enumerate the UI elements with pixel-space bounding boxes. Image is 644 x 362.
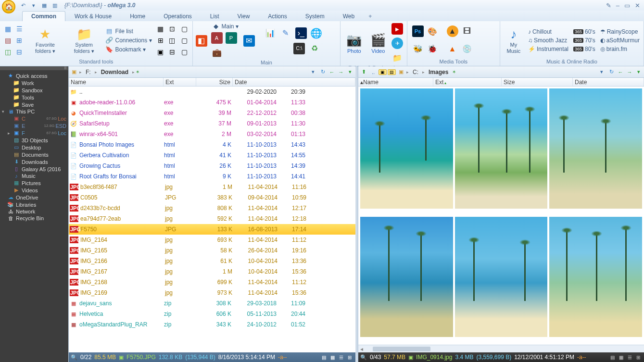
tree-sandbox[interactable]: 📁Sandbox [1, 87, 67, 94]
tool-icon-1[interactable]: ▦ [156, 24, 165, 34]
drive-icon-r[interactable]: ▣ [397, 68, 405, 76]
tree-tools[interactable]: 📁Tools [1, 94, 67, 101]
col-name-r[interactable]: ▴Name [358, 78, 433, 86]
publisher-icon[interactable]: P [226, 32, 237, 44]
tree-recycle-bin[interactable]: 🗑Recycle Bin [1, 215, 67, 222]
radio-brain-fm[interactable]: ◎brain.fm [598, 46, 642, 52]
tool-icon-6[interactable]: ⊟ [167, 47, 177, 57]
forward-button-r[interactable]: → [625, 68, 634, 76]
video-folder[interactable]: 🎬Video [366, 32, 390, 55]
up-folder-icon[interactable]: ⬆ [359, 68, 368, 76]
qat-db-icon[interactable]: ▥ [51, 1, 59, 9]
r-nav-1[interactable]: .. [369, 68, 378, 76]
up-button[interactable]: ▾ [346, 68, 354, 76]
qat-grid-icon[interactable]: ▦ [40, 1, 48, 9]
edit-icon[interactable]: ✎ [280, 27, 291, 39]
youtube-icon[interactable]: ▶ [391, 23, 403, 35]
tree-e[interactable]: ▣E12.8GESD [1, 122, 67, 129]
file-list[interactable]: 📁..29-02-202020:39▣adobe-reader-11.0.06e… [69, 87, 355, 352]
photo-folder[interactable]: 📷Photo [342, 32, 366, 55]
sidebar-toggle[interactable]: ⠿ [0, 66, 68, 70]
tool-icon-2[interactable]: ⊡ [167, 24, 177, 34]
crumb-download[interactable]: Download [98, 68, 131, 76]
col-size-r[interactable]: Size [502, 78, 573, 86]
up-button-r[interactable]: ▾ [634, 68, 643, 76]
radio-badge-70's[interactable]: 36570's [571, 37, 597, 44]
aimp-icon[interactable]: ▲ [447, 25, 458, 37]
outlook-icon[interactable]: ✉ [243, 35, 255, 47]
thumb-item[interactable] [455, 217, 548, 337]
tree-pictures[interactable]: ▦Pictures [1, 179, 67, 187]
file-row[interactable]: JPGIMG_2167jpg1 M10-04-201415:36 [69, 266, 355, 277]
crumb-f[interactable]: F: [83, 68, 94, 76]
tree-galaxy-a5-2016[interactable]: ▯Galaxy A5 (2016 [1, 165, 67, 173]
file-row[interactable]: ▦oMegaStandardPlug_RARzip343 K24-10-2012… [69, 319, 355, 330]
file-row[interactable]: JPGIMG_2165jpg58 K26-04-201419:16 [69, 245, 355, 256]
bookmark-button[interactable]: 🔖Bookmark ▾ [103, 45, 153, 53]
globe-icon[interactable]: 🌐 [311, 27, 322, 39]
reload-button-r[interactable]: ↻ [607, 68, 616, 76]
tool-icon-3[interactable]: ⊞ [156, 36, 165, 45]
bug-icon[interactable]: 🐞 [427, 43, 438, 55]
drive-icon[interactable]: ▣ [70, 68, 78, 76]
tree-videos[interactable]: ▶Videos [1, 187, 67, 194]
main-dropdown[interactable]: ◆Main ▾ [210, 22, 240, 30]
view-btn-2[interactable]: ▦ [328, 354, 336, 361]
col-ext-r[interactable]: Ext▴ [433, 78, 502, 86]
file-row[interactable]: 📁..29-02-202020:39 [69, 87, 355, 97]
radio-asoftmurmur[interactable]: ◐aSoftMurmur [598, 37, 642, 44]
folder-icon[interactable]: 📁 [391, 52, 403, 63]
view-btn-1[interactable]: ▤ [320, 354, 328, 361]
tree-view-icon[interactable]: ⊟ [14, 47, 24, 57]
disc-icon[interactable]: 💿 [461, 43, 473, 55]
crumb-images[interactable]: Images [426, 68, 451, 76]
tree-music[interactable]: ♪Music [1, 173, 67, 179]
radio-badge-60's[interactable]: 36560's [571, 28, 597, 35]
r-badge-2[interactable]: ▤ [388, 69, 396, 75]
access-icon[interactable]: A [211, 32, 223, 44]
col-size[interactable]: Size [196, 78, 233, 86]
file-row[interactable]: JPGC0505JPG383 K09-04-201410:59 [69, 192, 355, 203]
tree-3d-objects[interactable]: ▧3D Objects [1, 137, 67, 144]
office-icon[interactable]: ◧ [196, 35, 207, 47]
view-btn-3[interactable]: ☰ [337, 354, 345, 361]
thumb-item[interactable] [455, 88, 548, 209]
file-row[interactable]: 📄Root Grafts for Bonsaihtml9 K11-10-2013… [69, 171, 355, 182]
file-row[interactable]: JPGIMG_2166jpg61 K10-04-201413:36 [69, 256, 355, 266]
tree-libraries[interactable]: 📚Libraries [1, 201, 67, 208]
thumb-item[interactable] [360, 217, 453, 337]
radio-smooth-jazz[interactable]: ♫Smooth Jazz [526, 37, 570, 44]
close-button[interactable]: ✕ [635, 2, 640, 9]
thumbnail-view[interactable] [358, 87, 644, 345]
col-date-r[interactable]: Date [573, 78, 644, 86]
radio-badge-80's[interactable]: 36580's [571, 46, 597, 52]
col-date[interactable]: Date [233, 78, 355, 86]
misc-icon-3[interactable]: ▢ [180, 47, 189, 57]
photoshop-icon[interactable]: Ps [412, 25, 424, 37]
col-ext[interactable]: Ext [164, 78, 196, 86]
pen-icon[interactable]: ✎ [606, 2, 611, 9]
icon-view-icon[interactable]: ◫ [3, 47, 13, 57]
file-row[interactable]: 📗winrar-x64-501exe2 M03-02-201401:13 [69, 129, 355, 139]
addr-dropdown[interactable]: ▾ [309, 68, 317, 76]
file-row[interactable]: ▣adobe-reader-11.0.06exe475 K01-04-20141… [69, 97, 355, 108]
minimize-button[interactable]: – [616, 2, 619, 9]
crumb-c[interactable]: C: [410, 68, 421, 76]
tree-this-pc[interactable]: ▾🖥This PC [1, 108, 67, 115]
thumb-item[interactable] [549, 88, 642, 209]
cmd-icon[interactable]: C:\ [293, 43, 305, 54]
add-tab-button[interactable]: + [364, 12, 377, 21]
tab-web[interactable]: Web [334, 11, 364, 21]
tab-system[interactable]: System [296, 11, 334, 21]
tab-common[interactable]: Common [22, 11, 65, 21]
tab-work-house[interactable]: Work & House [65, 11, 121, 21]
file-row[interactable]: JPGea794d77-2eabjpg592 K11-04-201412:18 [69, 213, 355, 224]
thumb-item[interactable] [360, 88, 453, 209]
favorite-folders-button[interactable]: ★Favorite folders ▾ [26, 25, 64, 54]
tree-desktop[interactable]: ▭Desktop [1, 144, 67, 151]
view-btn-4[interactable]: ⊞ [346, 354, 354, 361]
system-folders-button[interactable]: 📁System folders ▾ [65, 25, 103, 54]
tree-documents[interactable]: ▤Documents [1, 151, 67, 158]
thumb-item[interactable] [549, 217, 642, 337]
file-row[interactable]: JPGb3ec8f36-f487jpg1 M11-04-201411:16 [69, 182, 355, 192]
